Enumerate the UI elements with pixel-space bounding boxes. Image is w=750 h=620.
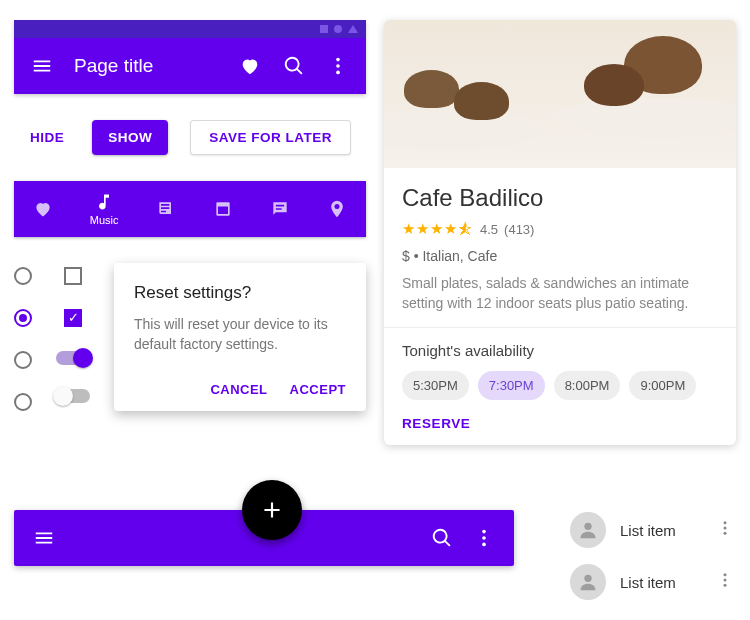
accept-button[interactable]: ACCEPT (290, 382, 346, 397)
avatar-icon (570, 564, 606, 600)
svg-point-6 (584, 523, 591, 530)
dialog-title: Reset settings? (134, 283, 346, 303)
svg-point-8 (724, 527, 727, 530)
svg-point-2 (336, 71, 340, 75)
top-app-bar: Page title (14, 38, 366, 94)
tab-calendar[interactable] (213, 199, 233, 219)
list-item[interactable]: List item (564, 504, 740, 556)
status-indicator-triangle (348, 25, 358, 33)
checkbox-unchecked[interactable] (64, 267, 82, 285)
svg-point-11 (724, 573, 727, 576)
bottom-app-bar-container (14, 510, 514, 566)
time-slot-1[interactable]: 7:30PM (478, 371, 545, 400)
list: List item List item (564, 504, 740, 608)
rating-count: (413) (504, 222, 534, 237)
bottom-navigation: Music (14, 181, 366, 237)
cancel-button[interactable]: CANCEL (210, 382, 267, 397)
reserve-button[interactable]: RESERVE (402, 416, 718, 431)
avatar-icon (570, 512, 606, 548)
svg-point-9 (724, 532, 727, 535)
tab-music-label: Music (90, 214, 119, 226)
page-title: Page title (74, 55, 218, 77)
card-description: Small plates, salads & sandwiches an int… (402, 274, 718, 313)
radio-unchecked[interactable] (14, 267, 32, 285)
reset-dialog: Reset settings? This will reset your dev… (114, 263, 366, 411)
menu-icon[interactable] (30, 54, 54, 78)
svg-point-12 (724, 579, 727, 582)
time-slot-0[interactable]: 5:30PM (402, 371, 469, 400)
favorite-icon[interactable] (238, 54, 262, 78)
divider (384, 327, 736, 328)
card-image (384, 20, 736, 168)
dialog-body: This will reset your device to its defau… (134, 315, 346, 354)
svg-point-0 (336, 58, 340, 62)
button-row: HIDE SHOW SAVE FOR LATER (14, 120, 366, 155)
switch-on[interactable] (56, 351, 90, 365)
tab-chat[interactable] (270, 199, 290, 219)
switch-off[interactable] (56, 389, 90, 403)
list-item-label: List item (620, 574, 702, 591)
svg-point-10 (584, 575, 591, 582)
restaurant-card: Cafe Badilico ★★★★⯪ 4.5 (413) $ • Italia… (384, 20, 736, 445)
app-bar-container: Page title (14, 20, 366, 94)
tab-news[interactable] (156, 199, 176, 219)
star-icons: ★★★★⯪ (402, 220, 474, 238)
tab-location[interactable] (327, 199, 347, 219)
svg-point-7 (724, 521, 727, 524)
search-icon[interactable] (282, 54, 306, 78)
hide-button[interactable]: HIDE (14, 120, 80, 155)
more-icon[interactable] (716, 571, 734, 593)
availability-label: Tonight's availability (402, 342, 718, 359)
radio-unchecked-3[interactable] (14, 393, 32, 411)
rating-value: 4.5 (480, 222, 498, 237)
show-button[interactable]: SHOW (92, 120, 168, 155)
svg-point-1 (336, 64, 340, 68)
time-slot-3[interactable]: 9:00PM (629, 371, 696, 400)
save-for-later-button[interactable]: SAVE FOR LATER (190, 120, 351, 155)
fab-add[interactable] (242, 480, 302, 540)
status-bar (14, 20, 366, 38)
card-title: Cafe Badilico (402, 184, 718, 212)
rating: ★★★★⯪ 4.5 (413) (402, 220, 718, 238)
list-item[interactable]: List item (564, 556, 740, 608)
price-category: $ • Italian, Cafe (402, 248, 718, 264)
controls-and-dialog: Reset settings? This will reset your dev… (14, 263, 366, 411)
time-slot-2[interactable]: 8:00PM (554, 371, 621, 400)
more-icon[interactable] (716, 519, 734, 541)
status-indicator-square (320, 25, 328, 33)
status-indicator-circle (334, 25, 342, 33)
svg-point-3 (482, 530, 486, 534)
radio-checked[interactable] (14, 309, 32, 327)
search-icon[interactable] (430, 526, 454, 550)
time-slot-chips: 5:30PM 7:30PM 8:00PM 9:00PM (402, 371, 718, 400)
radio-unchecked-2[interactable] (14, 351, 32, 369)
menu-icon[interactable] (32, 526, 56, 550)
more-icon[interactable] (326, 54, 350, 78)
svg-point-13 (724, 584, 727, 587)
more-icon[interactable] (472, 526, 496, 550)
tab-favorite[interactable] (33, 199, 53, 219)
svg-point-5 (482, 543, 486, 547)
list-item-label: List item (620, 522, 702, 539)
checkbox-checked[interactable] (64, 309, 82, 327)
svg-point-4 (482, 536, 486, 540)
tab-music[interactable]: Music (90, 192, 119, 226)
